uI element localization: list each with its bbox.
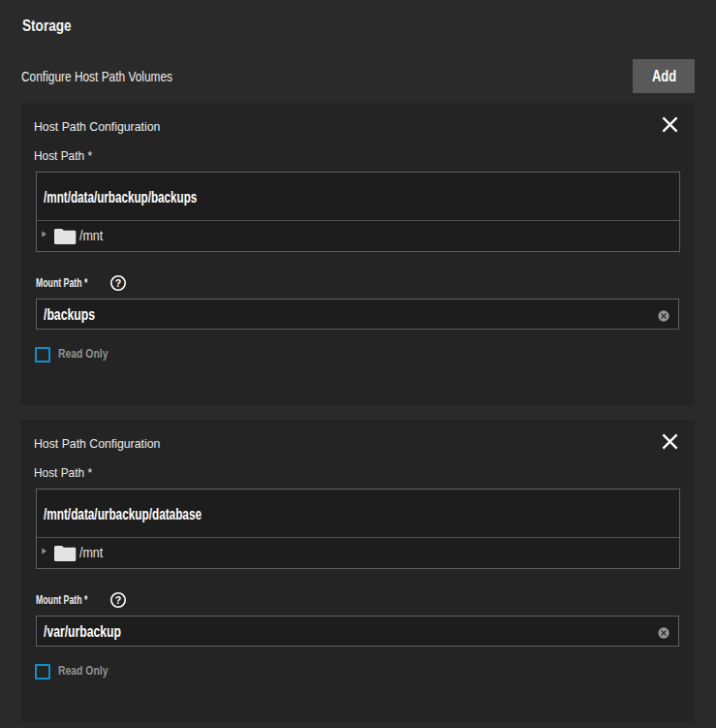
svg-text:?: ?: [115, 277, 121, 289]
svg-text:?: ?: [115, 594, 121, 606]
